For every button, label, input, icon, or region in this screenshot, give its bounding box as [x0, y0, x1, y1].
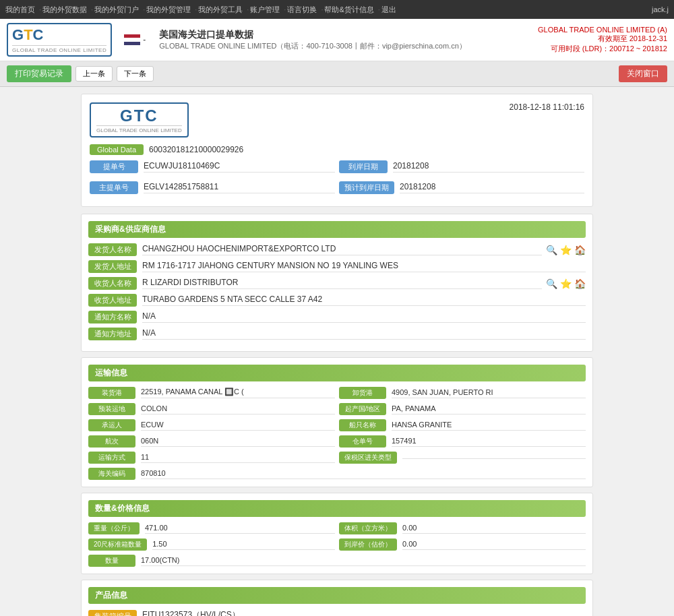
transport-mode-item: 运输方式 11: [88, 452, 335, 464]
nav-logout[interactable]: 退出: [381, 5, 396, 15]
product-info-section: 产品信息 集装箱编号 EITU1323573（HV/L/CS） 集装箱尺寸 40…: [81, 580, 593, 616]
available-period: 可用时段 (LDR)：200712 ~ 201812: [538, 44, 667, 54]
origin-item: 起产国/地区 PA, PANAMA: [339, 403, 586, 415]
star-icon[interactable]: ⭐: [560, 245, 572, 255]
master-bill-value: EGLV142851758811: [144, 182, 335, 193]
voyage-item: 航次 060N: [88, 435, 335, 448]
shipper-addr-row: 发货人地址 RM 1716-1717 JIAHONG CENTURY MANSI…: [88, 260, 586, 273]
bill-no-value: ECUWJU18110469C: [144, 161, 335, 173]
buyer-supplier-header: 采购商&供应商信息: [88, 221, 586, 238]
home-icon[interactable]: 🏠: [574, 245, 586, 255]
username: jack.j: [652, 5, 669, 13]
prev-button[interactable]: 上一条: [75, 66, 113, 82]
main-content: GTC GLOBAL TRADE ONLINE LIMITED 2018-12-…: [74, 87, 600, 616]
arrival-price-item: 到岸价（估价） 0.00: [339, 538, 586, 551]
consignee-name-label: 收货人名称: [88, 277, 137, 290]
notify-addr-label: 通知方地址: [88, 328, 137, 340]
eta-label: 预计到岸日期: [339, 181, 394, 194]
weight-value: 471.00: [145, 524, 335, 534]
pre-carriage-value: COLON: [141, 404, 335, 414]
bonded-item: 保税区进关类型: [339, 452, 586, 464]
weight-item: 重量（公斤） 471.00: [88, 522, 335, 534]
notify-addr-row: 通知方地址 N/A: [88, 328, 586, 340]
search-icon[interactable]: 🔍: [546, 245, 557, 255]
volume-value: 0.00: [402, 524, 586, 534]
home-icon[interactable]: 🏠: [574, 278, 586, 289]
arrival-price-value: 0.00: [402, 540, 586, 550]
shipper-name-label: 发货人名称: [88, 243, 137, 256]
teu-value: 1.50: [152, 540, 335, 550]
container-no-row: 集装箱编号 EITU1323573（HV/L/CS）: [88, 609, 586, 616]
consignee-addr-row: 收货人地址 TURABO GARDENS 5 NTA SECC CALLE 37…: [88, 294, 586, 307]
product-info-header: 产品信息: [88, 587, 586, 604]
consignee-name-value: R LIZARDI DISTRIBUTOR: [142, 278, 542, 289]
page-title: 美国海关进口提单数据: [159, 29, 466, 41]
master-bill-label: 主提单号: [90, 181, 138, 194]
search-icon[interactable]: 🔍: [546, 278, 557, 289]
nav-portal[interactable]: 我的外贸门户: [94, 5, 139, 15]
nav-management[interactable]: 我的外贸管理: [146, 5, 191, 15]
transport-grid: 装货港 22519, PANAMA CANAL 🔲C ( 卸货港 4909, S…: [88, 387, 586, 464]
document-card: GTC GLOBAL TRADE ONLINE LIMITED 2018-12-…: [81, 94, 593, 207]
eta-row: 预计到岸日期 20181208: [339, 181, 584, 194]
company-info-right: GLOBAL TRADE ONLINE LIMITED (A) 有效期至 201…: [538, 26, 667, 54]
global-data-label: Global Data: [90, 144, 144, 155]
buyer-supplier-section: 采购商&供应商信息 发货人名称 CHANGZHOU HAOCHENIMPORT&…: [81, 214, 593, 352]
carrier-value: ECUW: [141, 421, 335, 431]
transport-mode-label: 运输方式: [88, 452, 135, 464]
bill-no-row: 提单号 ECUWJU18110469C: [90, 160, 335, 173]
warehouse-label: 仓单号: [339, 435, 386, 448]
company-subtitle: GLOBAL TRADE ONLINE LIMITED（电话：400-710-3…: [159, 41, 466, 51]
nav-account[interactable]: 账户管理: [250, 5, 280, 15]
bill-no-label: 提单号: [90, 160, 138, 173]
vessel-item: 船只名称 HANSA GRANITE: [339, 419, 586, 431]
top-navigation: 我的首页 · 我的外贸数据 · 我的外贸门户 · 我的外贸管理 · 我的外贸工具…: [0, 0, 674, 19]
nav-tools[interactable]: 我的外贸工具: [198, 5, 243, 15]
doc-header: GTC GLOBAL TRADE ONLINE LIMITED 2018-12-…: [90, 102, 584, 137]
nav-home[interactable]: 我的首页: [5, 5, 35, 15]
nav-language[interactable]: 语言切换: [287, 5, 317, 15]
carrier-item: 承运人 ECUW: [88, 419, 335, 431]
quantity-price-grid: 重量（公斤） 471.00 体积（立方米） 0.00 20尺标准箱数量 1.50…: [88, 522, 586, 551]
doc-logo-text: GTC: [96, 106, 182, 125]
shipper-name-value: CHANGZHOU HAOCHENIMPORT&EXPORTCO LTD: [142, 244, 542, 255]
pre-carriage-label: 预装运地: [88, 403, 135, 415]
notify-name-row: 通知方名称 N/A: [88, 311, 586, 324]
nav-trade-data[interactable]: 我的外贸数据: [42, 5, 87, 15]
print-button[interactable]: 打印贸易记录: [7, 65, 71, 82]
quantity-price-section: 数量&价格信息 重量（公斤） 471.00 体积（立方米） 0.00 20尺标准…: [81, 493, 593, 574]
page-title-area: 美国海关进口提单数据 GLOBAL TRADE ONLINE LIMITED（电…: [159, 29, 466, 51]
warehouse-value: 157491: [392, 437, 586, 447]
bonded-label: 保税区进关类型: [339, 452, 397, 464]
us-flag-icon: [124, 34, 140, 45]
next-button[interactable]: 下一条: [117, 66, 154, 82]
origin-value: PA, PANAMA: [392, 404, 586, 414]
volume-label: 体积（立方米）: [339, 522, 397, 534]
valid-until: 有效期至 2018-12-31: [538, 34, 667, 44]
doc-logo-subtitle: GLOBAL TRADE ONLINE LIMITED: [96, 125, 182, 133]
arrival-price-label: 到岸价（估价）: [339, 538, 397, 551]
teu-item: 20尺标准箱数量 1.50: [88, 538, 335, 551]
master-bill-row: 主提单号 EGLV142851758811: [90, 181, 335, 194]
notify-name-label: 通知方名称: [88, 311, 137, 324]
doc-logo: GTC GLOBAL TRADE ONLINE LIMITED: [90, 102, 189, 137]
close-button[interactable]: 关闭窗口: [619, 65, 667, 82]
brand-subtitle: GLOBAL TRADE ONLINE LIMITED: [12, 45, 106, 53]
doc-timestamp: 2018-12-18 11:01:16: [510, 102, 584, 112]
departure-port-label: 装货港: [88, 387, 135, 399]
consignee-addr-value: TURABO GARDENS 5 NTA SECC CALLE 37 A42: [142, 295, 586, 306]
arrival-date-row: 到岸日期 20181208: [339, 160, 584, 173]
volume-item: 体积（立方米） 0.00: [339, 522, 586, 534]
customs-code-item: 海关编码 870810: [88, 468, 586, 480]
transport-header: 运输信息: [88, 365, 586, 381]
container-no-value: EITU1323573（HV/L/CS）: [142, 609, 586, 616]
nav-help[interactable]: 帮助&货计信息: [324, 5, 373, 15]
star-icon[interactable]: ⭐: [560, 278, 572, 289]
voyage-label: 航次: [88, 435, 135, 448]
arrival-date-label: 到岸日期: [339, 160, 388, 173]
consignee-icons: 🔍 ⭐ 🏠: [546, 278, 586, 289]
quantity-price-header: 数量&价格信息: [88, 500, 586, 517]
notify-name-value: N/A: [142, 311, 586, 323]
arrival-date-value: 20181208: [393, 161, 584, 173]
transport-section: 运输信息 装货港 22519, PANAMA CANAL 🔲C ( 卸货港 49…: [81, 357, 593, 487]
